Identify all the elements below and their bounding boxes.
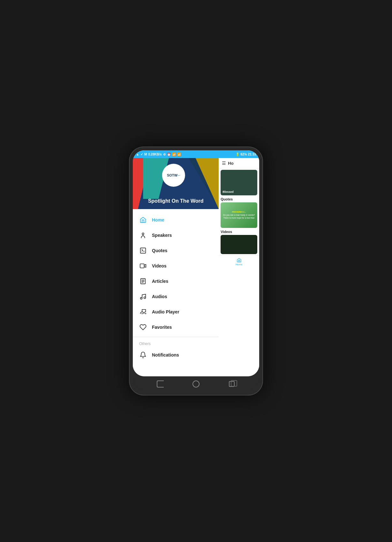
nav-item-videos[interactable]: Videos xyxy=(133,258,219,274)
time-text: 21:33 xyxy=(248,153,256,156)
svg-point-11 xyxy=(144,297,146,299)
main-section: Blessed Quotes PROVERBS 2... Do you see … xyxy=(219,169,259,255)
audio-player-icon xyxy=(139,308,147,316)
nav-list: Home Speakers xyxy=(133,209,219,376)
alarm-icon: ⏰ xyxy=(167,153,171,156)
video-icon xyxy=(139,262,147,270)
battery-icon: 🔋 xyxy=(236,153,239,156)
notification-icon: ▲ xyxy=(136,153,139,156)
logo-text-container: SOTW〰 xyxy=(167,173,180,177)
drawer-header: SOTW〰 Spotlight On The Word xyxy=(133,158,219,209)
svg-point-13 xyxy=(145,313,146,314)
quote-header: PROVERBS 2... xyxy=(222,211,255,214)
logo-wave: 〰 xyxy=(177,174,180,177)
main-app-header: ☰ Ho xyxy=(219,158,259,169)
nav-label-notifications: Notifications xyxy=(152,352,179,358)
audios-icon xyxy=(139,293,147,300)
phone-screen: ▲ ✓ M 0.28KB/s ⊘ ⏰ 📶 📶 🔋 62% 21:33 xyxy=(133,150,259,376)
status-right: 🔋 62% 21:33 xyxy=(236,153,256,156)
sim-icon: ⊘ xyxy=(163,153,166,156)
nav-item-speakers[interactable]: Speakers xyxy=(133,228,219,243)
quotes-card-inner: PROVERBS 2... Do you see a man hasty in … xyxy=(221,202,257,228)
svg-point-12 xyxy=(142,313,142,314)
quotes-icon xyxy=(139,247,147,254)
svg-rect-4 xyxy=(140,264,144,268)
signal-icon: 📶 xyxy=(177,153,181,156)
svg-rect-2 xyxy=(140,248,146,253)
quotes-card-text: PROVERBS 2... Do you see a man hasty in … xyxy=(222,211,255,220)
nav-item-favorites[interactable]: Favorites xyxy=(133,320,219,335)
blessed-card[interactable]: Blessed xyxy=(221,170,257,195)
wifi-icon: 📶 xyxy=(172,153,176,156)
nav-divider xyxy=(133,337,219,337)
svg-point-10 xyxy=(140,297,142,299)
speakers-icon xyxy=(139,231,147,239)
nav-label-audios: Audios xyxy=(152,294,167,299)
screen-body: SOTW〰 Spotlight On The Word xyxy=(133,158,259,376)
hamburger-icon[interactable]: ☰ xyxy=(222,161,226,166)
shield-icon: ✓ xyxy=(140,153,143,156)
recents-icon xyxy=(229,381,235,387)
status-bar: ▲ ✓ M 0.28KB/s ⊘ ⏰ 📶 📶 🔋 62% 21:33 xyxy=(133,150,259,158)
home-circle-icon xyxy=(192,380,200,388)
others-section-label: Others xyxy=(133,339,219,347)
nav-item-notifications[interactable]: Notifications xyxy=(133,347,219,363)
nav-item-audios[interactable]: Audios xyxy=(133,289,219,304)
nav-label-speakers: Speakers xyxy=(152,233,172,238)
home-icon xyxy=(139,216,147,224)
svg-marker-5 xyxy=(144,264,146,267)
main-header-title: Ho xyxy=(228,161,233,166)
nav-label-audio-player: Audio Player xyxy=(152,309,179,314)
articles-icon xyxy=(139,277,147,285)
bottom-nav-home-label: Home xyxy=(236,263,242,266)
videos-section-title: Videos xyxy=(221,230,257,234)
phone-bottom-bar xyxy=(133,376,259,392)
back-button[interactable] xyxy=(156,380,165,388)
bottom-nav-home[interactable]: Home xyxy=(236,258,242,266)
battery-text: 62% xyxy=(240,153,247,156)
nav-label-home: Home xyxy=(152,217,164,222)
quotes-section-title: Quotes xyxy=(221,197,257,201)
back-icon xyxy=(157,380,164,388)
navigation-drawer: SOTW〰 Spotlight On The Word xyxy=(133,158,219,376)
nav-label-videos: Videos xyxy=(152,263,167,268)
videos-card[interactable] xyxy=(221,235,257,254)
recents-button[interactable] xyxy=(227,380,236,388)
quote-body: Do you see a man hasty in words? There i… xyxy=(222,214,255,219)
favorites-icon xyxy=(139,323,147,331)
quotes-card[interactable]: PROVERBS 2... Do you see a man hasty in … xyxy=(221,202,257,228)
map-icon: M xyxy=(144,153,147,156)
bottom-nav: Home xyxy=(219,255,259,268)
app-logo-circle: SOTW〰 xyxy=(162,164,185,187)
nav-item-quotes[interactable]: Quotes xyxy=(133,243,219,258)
nav-label-favorites: Favorites xyxy=(152,325,172,330)
home-button[interactable] xyxy=(192,380,200,388)
logo-sotw: SOTW〰 xyxy=(167,173,180,177)
nav-item-articles[interactable]: Articles xyxy=(133,274,219,289)
nav-item-home[interactable]: Home xyxy=(133,212,219,228)
nav-label-quotes: Quotes xyxy=(152,248,167,253)
nav-label-articles: Articles xyxy=(152,279,168,284)
status-icons-left: ▲ ✓ M 0.28KB/s ⊘ ⏰ 📶 📶 xyxy=(136,153,181,156)
nav-item-audio-player[interactable]: Audio Player xyxy=(133,304,219,320)
blessed-label: Blessed xyxy=(222,190,234,193)
phone-frame: ▲ ✓ M 0.28KB/s ⊘ ⏰ 📶 📶 🔋 62% 21:33 xyxy=(129,147,263,395)
app-name: Spotlight On The Word xyxy=(133,198,219,204)
speed-text: 0.28KB/s xyxy=(148,153,162,156)
notifications-icon xyxy=(139,351,147,359)
main-content: ☰ Ho Blessed Quotes PROVERBS 2... xyxy=(219,158,259,376)
